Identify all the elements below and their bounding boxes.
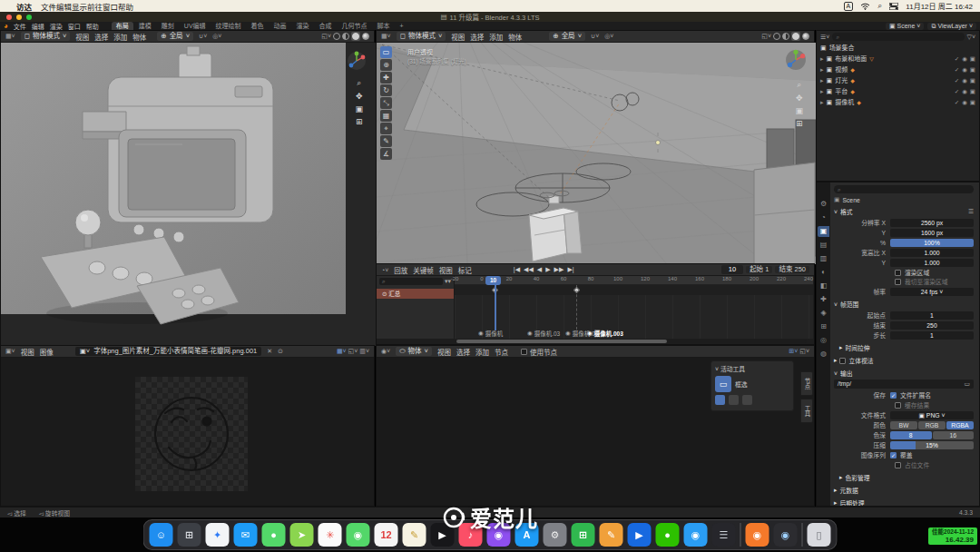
workspace-tab[interactable]: 动画 bbox=[270, 22, 291, 30]
overwrite-checkbox[interactable]: ✓ bbox=[890, 452, 897, 458]
cache-result-checkbox[interactable] bbox=[895, 402, 901, 409]
stereoscopy-section-header[interactable]: ▸ 立体视法 bbox=[834, 356, 974, 365]
render-camera-icon[interactable]: ▣ bbox=[970, 64, 975, 75]
time-stretch-section-header[interactable]: ▸ 时间拉伸 bbox=[839, 343, 974, 352]
timeline-ruler[interactable]: -20020406080100120140160180200220240 bbox=[455, 276, 813, 285]
snap-magnet-icon[interactable]: ∪˅ bbox=[591, 33, 599, 40]
post-processing-section-header[interactable]: ▸ 后期处理 bbox=[834, 498, 974, 506]
properties-tab[interactable]: ◧ bbox=[818, 281, 829, 291]
dock-app-icon-pages[interactable]: ✎ bbox=[600, 523, 623, 547]
overlays-icon[interactable]: ▥˅ bbox=[359, 348, 369, 355]
render-camera-icon[interactable]: ▣ bbox=[970, 97, 975, 108]
dock-app-icon-wechat[interactable]: ● bbox=[656, 523, 680, 547]
outliner-row-摄像机[interactable]: ▸ ▣ 摄像机 ◆ ✓ ◉ ▣ bbox=[817, 97, 979, 108]
editor-type-icon[interactable]: ▦˅ bbox=[381, 33, 391, 40]
pan-hand-icon[interactable]: ✥ bbox=[795, 94, 803, 103]
properties-tab[interactable]: ◍ bbox=[818, 349, 829, 360]
camera-marker[interactable]: ◉摄像机.003 bbox=[587, 329, 623, 338]
render-camera-icon[interactable]: ▣ bbox=[970, 86, 975, 97]
editor-type-icon[interactable]: ▦˅ bbox=[5, 33, 15, 40]
proportional-edit-icon[interactable]: ◎˅ bbox=[212, 33, 221, 40]
workspace-tab[interactable]: 渲染 bbox=[292, 22, 314, 30]
select-box-tool-icon[interactable]: ▭ bbox=[715, 376, 731, 392]
sidebar-tab[interactable]: 节点 bbox=[800, 371, 813, 396]
color-rgb-button[interactable]: RGB bbox=[918, 421, 946, 429]
mode-dropdown[interactable]: ◻ 物体模式 ˅ bbox=[21, 32, 71, 41]
exclude-checkbox[interactable]: ✓ bbox=[955, 86, 959, 97]
viewport-menu[interactable]: 物体 bbox=[508, 32, 522, 42]
dock-app-icon-mail[interactable]: ✉ bbox=[234, 523, 258, 547]
hide-eye-icon[interactable]: ◉ bbox=[962, 75, 967, 86]
menubar-menu[interactable]: 文件 bbox=[41, 3, 56, 12]
properties-tab[interactable]: ▤ bbox=[818, 240, 829, 251]
exclude-checkbox[interactable]: ✓ bbox=[955, 64, 959, 75]
render-camera-icon[interactable]: ▣ bbox=[970, 54, 975, 64]
playback-button[interactable]: |◀ bbox=[514, 266, 520, 273]
playback-button[interactable]: ▶| bbox=[567, 266, 573, 273]
timeline-scrollbar[interactable] bbox=[456, 340, 807, 343]
shading-rendered-icon[interactable] bbox=[802, 33, 809, 40]
image-editor-menu[interactable]: 图像 bbox=[40, 347, 54, 357]
menubar-menu[interactable]: 帮助 bbox=[118, 3, 133, 12]
shading-preview-icon[interactable] bbox=[352, 33, 359, 40]
dock-app-icon-messages[interactable]: ● bbox=[262, 523, 286, 547]
properties-tab[interactable]: ◔ bbox=[818, 212, 829, 223]
tool-button[interactable]: ∡ bbox=[380, 148, 392, 160]
timeline-track-area[interactable]: ◉摄像机◉摄像机.03◉摄像机.0◉摄像机.003 bbox=[455, 285, 813, 339]
shading-solid-icon[interactable] bbox=[342, 33, 349, 40]
timeline-editor[interactable]: ◔˅ 回放关键帧视图标记 |◀◀◀◀▶▶▶▶| 10 起始 1 结束 250 ⌕… bbox=[376, 263, 815, 345]
frame-end-field[interactable]: 结束 250 bbox=[775, 266, 809, 273]
grid-toggle-icon[interactable]: ⊞ bbox=[795, 119, 803, 128]
dock-app-icon-photos[interactable]: ✳ bbox=[318, 523, 342, 547]
orientation-dropdown[interactable]: ⊕ 全局 ˅ bbox=[549, 32, 585, 41]
input-source-icon[interactable]: A bbox=[844, 2, 854, 11]
format-section-header[interactable]: ˅ 格式☰ bbox=[834, 207, 974, 216]
sidebar-tab[interactable]: 工具 bbox=[800, 399, 813, 423]
dock-app-icon-quicktime[interactable]: ◉ bbox=[774, 523, 798, 547]
playback-button[interactable]: ▶▶ bbox=[554, 266, 564, 273]
expand-icon[interactable]: ▸ bbox=[820, 97, 824, 108]
render-region-checkbox[interactable] bbox=[895, 270, 901, 276]
orientation-dropdown[interactable]: ⊕ 全局 ˅ bbox=[157, 32, 193, 41]
editor-type-icon[interactable]: ◉˅ bbox=[381, 348, 390, 355]
dock-app-icon-dingtalk[interactable]: ◉ bbox=[684, 523, 708, 547]
shader-menu[interactable]: 节点 bbox=[495, 347, 508, 357]
frame-step-field[interactable]: 1 bbox=[890, 331, 974, 340]
depth-16-button[interactable]: 16 bbox=[933, 431, 975, 439]
topbar-menu[interactable]: 渲染 bbox=[50, 22, 63, 31]
frame-end-field[interactable]: 250 bbox=[890, 321, 974, 330]
view-layer-selector[interactable]: ⧉ ViewLayer ˅ bbox=[927, 23, 976, 30]
current-frame-field[interactable]: 10 bbox=[721, 265, 743, 274]
trash-icon[interactable]: ▯ bbox=[808, 523, 831, 547]
viewport-menu[interactable]: 添加 bbox=[113, 32, 127, 42]
workspace-tab[interactable]: 合成 bbox=[315, 22, 337, 30]
viewport-menu[interactable]: 选择 bbox=[94, 32, 108, 42]
tool-button[interactable]: ⌖ bbox=[380, 123, 392, 134]
shading-wireframe-icon[interactable] bbox=[333, 33, 340, 40]
dock-app-icon-finder[interactable]: ☺ bbox=[150, 523, 173, 547]
file-format-dropdown[interactable]: ▣ PNG ˅ bbox=[890, 411, 974, 419]
viewport-menu[interactable]: 物体 bbox=[132, 32, 146, 42]
properties-tab[interactable]: ◎ bbox=[818, 335, 829, 346]
channels-icon[interactable]: ▦˅ bbox=[337, 348, 347, 355]
outliner-row-平台[interactable]: ▸ ▣ 平台 ◆ ✓ ◉ ▣ bbox=[817, 86, 979, 97]
topbar-menu[interactable]: 窗口 bbox=[68, 22, 81, 31]
exclude-checkbox[interactable]: ✓ bbox=[955, 75, 959, 86]
dock-app-icon-terminal[interactable]: ☰ bbox=[712, 523, 736, 547]
hide-eye-icon[interactable]: ◉ bbox=[962, 97, 967, 108]
placeholders-checkbox[interactable] bbox=[895, 462, 901, 468]
depth-8-button[interactable]: 8 bbox=[890, 431, 932, 439]
menubar-app-name[interactable]: 访达 bbox=[16, 1, 32, 12]
exclude-checkbox[interactable]: ✓ bbox=[955, 97, 959, 108]
outliner-row-布景和地面[interactable]: ▸ ▣ 布景和地面 ▽ ✓ ◉ ▣ bbox=[817, 54, 979, 64]
topbar-menu[interactable]: 帮助 bbox=[86, 22, 99, 31]
resolution-percent-field[interactable]: 100% bbox=[890, 239, 974, 247]
dock-app-icon-maps[interactable]: ➤ bbox=[290, 523, 314, 547]
display-icon[interactable]: ◱˅ bbox=[348, 348, 358, 355]
dock-app-icon-notes[interactable]: ✎ bbox=[403, 523, 426, 547]
viewport-menu[interactable]: 视图 bbox=[75, 32, 89, 42]
proportional-edit-icon[interactable]: ◎˅ bbox=[604, 33, 613, 40]
presets-icon[interactable]: ☰ bbox=[968, 208, 974, 215]
editor-type-icon[interactable]: ☰˅ bbox=[820, 34, 829, 41]
wifi-icon[interactable] bbox=[860, 3, 870, 10]
